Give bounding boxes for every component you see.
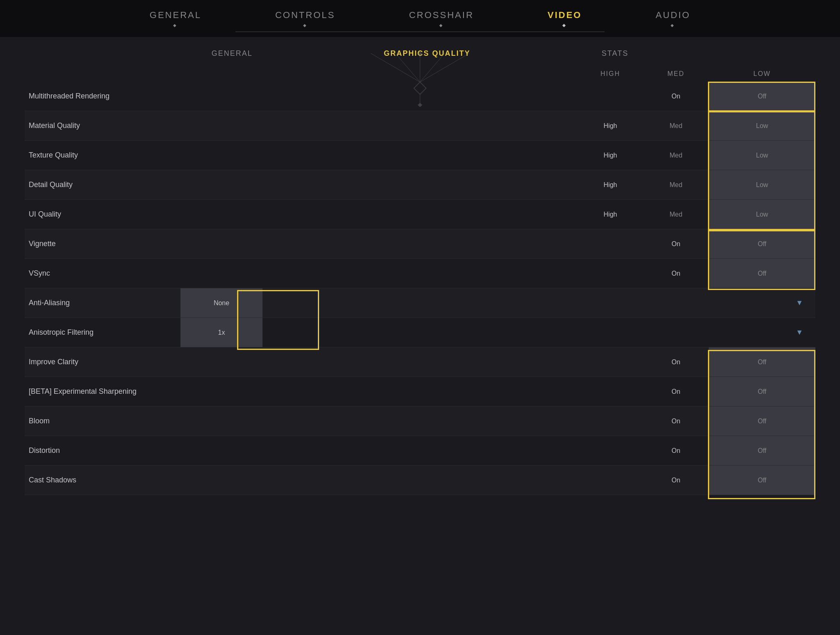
row-ui-quality: UI Quality High Med Low (25, 200, 815, 229)
val-anti-aliasing[interactable]: None (180, 288, 262, 318)
row-vsync: VSync On Off (25, 259, 815, 288)
label-multithreaded: Multithreaded Rendering (25, 92, 180, 101)
row-multithreaded: Multithreaded Rendering On Off (25, 82, 815, 111)
subnav-general[interactable]: GENERAL (212, 49, 253, 58)
val-clarity-on[interactable]: On (643, 359, 709, 366)
label-anisotropic: Anisotropic Filtering (25, 328, 180, 337)
val-detail-low[interactable]: Low (709, 170, 815, 199)
val-sharpening-on[interactable]: On (643, 388, 709, 395)
label-detail: Detail Quality (25, 180, 180, 189)
val-distortion-off[interactable]: Off (709, 436, 815, 465)
label-texture: Texture Quality (25, 151, 180, 160)
nav-crosshair[interactable]: CROSSHAIR (409, 10, 474, 27)
svg-line-1 (371, 53, 420, 82)
label-anti-aliasing: Anti-Aliasing (25, 299, 180, 307)
val-vsync-on[interactable]: On (643, 270, 709, 277)
val-vsync-off[interactable]: Off (709, 259, 815, 288)
val-distortion-on[interactable]: On (643, 447, 709, 455)
label-vsync: VSync (25, 269, 180, 278)
label-distortion: Distortion (25, 446, 180, 455)
val-bloom-on[interactable]: On (643, 418, 709, 425)
val-texture-low[interactable]: Low (709, 141, 815, 170)
header-low: Low (709, 70, 815, 78)
val-vignette-on[interactable]: On (643, 240, 709, 248)
val-ui-med[interactable]: Med (643, 211, 709, 218)
row-material-quality: Material Quality High Med Low (25, 111, 815, 141)
label-material: Material Quality (25, 121, 180, 130)
row-anisotropic: Anisotropic Filtering 1x ▼ (25, 318, 815, 347)
row-texture-quality: Texture Quality High Med Low (25, 141, 815, 170)
val-shadows-off[interactable]: Off (709, 466, 815, 495)
anisotropic-dropdown-arrow[interactable]: ▼ (709, 328, 815, 337)
val-ui-high[interactable]: High (578, 211, 643, 218)
val-detail-high[interactable]: High (578, 181, 643, 189)
val-multithreaded-on[interactable]: On (643, 93, 709, 100)
header-high: High (578, 70, 643, 78)
val-anisotropic[interactable]: 1x (180, 318, 262, 347)
svg-line-4 (420, 53, 445, 82)
val-clarity-off[interactable]: Off (709, 347, 815, 377)
row-bloom: Bloom On Off (25, 407, 815, 436)
row-cast-shadows: Cast Shadows On Off (25, 466, 815, 495)
top-nav: GENERAL CONTROLS CROSSHAIR VIDEO AUDIO (0, 0, 840, 37)
nav-audio[interactable]: AUDIO (655, 10, 690, 27)
val-material-low[interactable]: Low (709, 111, 815, 140)
val-ui-low[interactable]: Low (709, 200, 815, 229)
row-anti-aliasing: Anti-Aliasing None ▼ (25, 288, 815, 318)
row-experimental-sharpening: [BETA] Experimental Sharpening On Off (25, 377, 815, 407)
svg-marker-6 (418, 52, 422, 57)
anti-aliasing-dropdown-arrow[interactable]: ▼ (709, 299, 815, 307)
val-shadows-on[interactable]: On (643, 477, 709, 484)
row-detail-quality: Detail Quality High Med Low (25, 170, 815, 200)
val-vignette-off[interactable]: Off (709, 229, 815, 258)
row-improve-clarity: Improve Clarity On Off (25, 347, 815, 377)
val-detail-med[interactable]: Med (643, 181, 709, 189)
nav-general[interactable]: GENERAL (150, 10, 201, 27)
label-cast-shadows: Cast Shadows (25, 476, 180, 484)
label-sharpening: [BETA] Experimental Sharpening (25, 387, 180, 396)
svg-line-2 (395, 53, 420, 82)
val-bloom-off[interactable]: Off (709, 407, 815, 436)
svg-line-5 (420, 53, 469, 82)
nav-controls[interactable]: CONTROLS (275, 10, 335, 27)
nav-video[interactable]: VIDEO (548, 10, 582, 27)
val-texture-high[interactable]: High (578, 152, 643, 159)
row-distortion: Distortion On Off (25, 436, 815, 466)
val-multithreaded-off[interactable]: Off (709, 82, 815, 111)
header-med: Med (643, 70, 709, 78)
settings-container: Multithreaded Rendering On Off Material … (0, 82, 840, 495)
val-texture-med[interactable]: Med (643, 152, 709, 159)
label-vignette: Vignette (25, 240, 180, 248)
row-vignette: Vignette On Off (25, 229, 815, 259)
header-label (25, 70, 180, 78)
val-material-high[interactable]: High (578, 122, 643, 130)
label-improve-clarity: Improve Clarity (25, 358, 180, 366)
val-sharpening-off[interactable]: Off (709, 377, 815, 406)
subnav-stats[interactable]: STATS (602, 49, 628, 58)
val-material-med[interactable]: Med (643, 122, 709, 130)
label-bloom: Bloom (25, 417, 180, 425)
label-ui-quality: UI Quality (25, 210, 180, 219)
